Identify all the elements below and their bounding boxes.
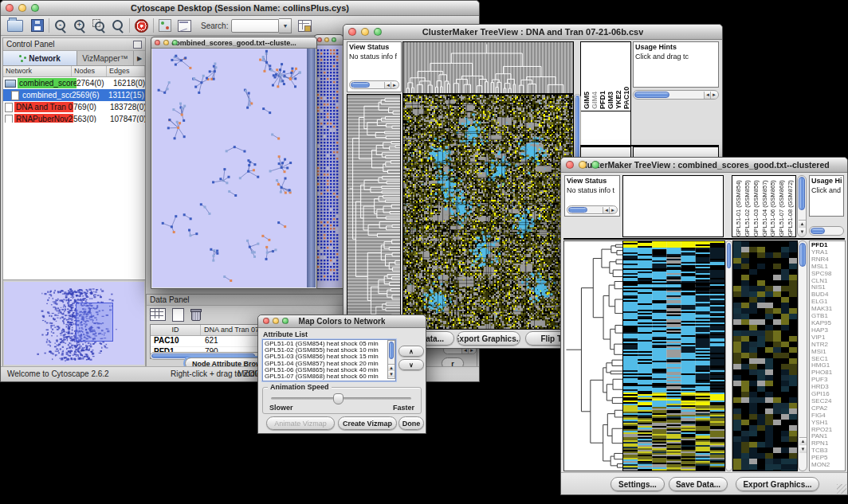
dialog-titlebar[interactable]: Map Colors to Network <box>258 315 426 328</box>
tv2-zoom-heatmap[interactable] <box>732 240 798 471</box>
data-col-id[interactable]: ID <box>151 325 201 335</box>
create-vizmap-button[interactable]: Create Vizmap <box>338 416 397 430</box>
tv2-column-label[interactable]: GPL51-03 (GSM856) <box>752 176 761 236</box>
animate-vizmap-button[interactable]: Animate Vizmap <box>266 416 335 430</box>
network-row[interactable]: DNA and Tran 07769(0)183728(0) <box>3 101 145 113</box>
main-titlebar[interactable]: Cytoscape Desktop (Session Name: collins… <box>1 1 479 16</box>
close-button[interactable] <box>155 40 160 45</box>
tv1-usage-hscrollbar[interactable]: ◄ ► <box>633 90 719 100</box>
zoom-selected-icon[interactable] <box>112 19 124 32</box>
tv2-collabels-vscrollbar[interactable]: ▲ ▼ <box>797 175 807 237</box>
treeview1-titlebar[interactable]: ClusterMaker TreeView : DNA and Tran 07-… <box>344 25 722 40</box>
minimize-button[interactable] <box>324 37 329 42</box>
tv2-save-data-button[interactable]: Save Data... <box>669 477 728 491</box>
trash-icon[interactable] <box>190 308 200 319</box>
network-window-titlebar[interactable]: combined_scores_good.txt--cluste... <box>151 37 316 49</box>
close-button[interactable] <box>348 28 356 36</box>
tab-vizmapper[interactable]: VizMapper™ <box>77 51 134 65</box>
tv1-row-dendrogram[interactable] <box>347 94 401 330</box>
network-col-nodes[interactable]: Nodes <box>72 66 107 76</box>
zoom-button[interactable] <box>332 37 336 42</box>
tv2-column-label[interactable]: GPL51-01 (GSM854) <box>735 176 744 236</box>
minimize-button[interactable] <box>273 318 279 324</box>
save-icon[interactable] <box>31 19 44 32</box>
tv1-column-label[interactable]: GIM3 <box>607 42 614 109</box>
tv2-column-tree-panel[interactable] <box>622 175 724 237</box>
tv2-usage-hscrollbar[interactable] <box>809 226 844 236</box>
close-button[interactable] <box>317 37 322 42</box>
done-button[interactable]: Done <box>398 416 424 430</box>
zoom-in-icon[interactable]: + <box>73 19 86 32</box>
treeview1-title: ClusterMaker TreeView : DNA and Tran 07-… <box>422 27 644 37</box>
resize-grip[interactable] <box>837 484 846 494</box>
tv2-column-label[interactable]: GPL51-02 (GSM855) <box>744 176 752 236</box>
tv2-global-vscrollbar[interactable] <box>725 240 732 471</box>
search-dropdown-button[interactable]: ▼ <box>279 18 292 33</box>
network-col-network[interactable]: Network <box>3 66 72 76</box>
tv1-column-label[interactable]: GIM4 <box>591 42 599 109</box>
tv2-export-graphics-button[interactable]: Export Graphics... <box>736 477 819 491</box>
tv1-column-label[interactable]: YKE2 <box>614 42 622 109</box>
node-grid-canvas[interactable] <box>316 47 340 286</box>
attribute-list-item[interactable]: GPL51-07 (GSM868) heat shock 60 min <box>265 373 394 380</box>
tab-overflow-button[interactable]: ▶ <box>134 51 145 65</box>
tv2-column-label[interactable]: GPL51-04 (GSM857) <box>761 176 770 236</box>
close-button[interactable] <box>6 4 14 12</box>
tv2-global-heatmap[interactable] <box>622 240 725 471</box>
network-scroll-strip[interactable] <box>307 49 316 287</box>
annotation-icon[interactable] <box>159 19 171 32</box>
network-row[interactable]: combined_sco2569(6)13112(15) <box>3 89 145 101</box>
minimize-button[interactable] <box>361 28 369 36</box>
help-icon[interactable] <box>135 19 148 33</box>
tv1-column-dendrogram[interactable] <box>402 41 574 94</box>
tv2-settings-button[interactable]: Settings... <box>610 477 665 491</box>
tv1-heatmap-canvas[interactable] <box>402 94 574 330</box>
zoom-out-icon[interactable]: - <box>54 19 67 32</box>
tv2-column-label[interactable]: GPL51-08 (GSM872) <box>787 176 795 236</box>
birdseye-panel[interactable] <box>4 282 144 365</box>
minimize-button[interactable] <box>579 161 587 169</box>
move-down-button[interactable]: ∨ <box>398 359 424 370</box>
network-name: combined_scores <box>18 78 77 88</box>
network-name: combined_sco <box>21 90 72 100</box>
tv2-gene-label[interactable]: MON2 <box>811 462 845 469</box>
zoom-button[interactable] <box>282 318 289 324</box>
new-document-icon[interactable] <box>172 308 184 322</box>
close-button[interactable] <box>263 318 269 324</box>
minimize-button[interactable] <box>18 4 26 12</box>
tv2-row-dendrogram[interactable] <box>563 240 623 471</box>
attribute-list-vscrollbar[interactable]: ▲ ▼ <box>387 340 395 379</box>
tv2-column-label[interactable]: GPL51-07 (GSM868) <box>778 176 787 236</box>
table-icon[interactable] <box>150 308 166 321</box>
tv2-status-hscrollbar[interactable]: ◄ ► <box>567 205 618 214</box>
tv2-genes-vscrollbar[interactable]: ▲ ▼ <box>798 240 807 471</box>
speed-slider-thumb[interactable] <box>333 393 344 404</box>
tv1-status-hscrollbar[interactable]: ◄ ► <box>349 80 399 89</box>
canvas-snapshot-icon[interactable] <box>178 20 191 32</box>
network-row[interactable]: combined_scores2764(0)16218(0) <box>3 77 145 89</box>
tv1-column-label[interactable]: GIM5 <box>583 42 591 109</box>
treeview2-titlebar[interactable]: ClusterMaker TreeView : combined_scores_… <box>561 158 847 173</box>
window-controls[interactable] <box>6 4 39 12</box>
float-panel-icon[interactable] <box>133 41 142 49</box>
zoom-button[interactable] <box>31 4 39 12</box>
minimize-button[interactable] <box>163 40 169 45</box>
tv2-column-label[interactable]: GPL51-06 (GSM865) <box>769 176 778 236</box>
attribute-browser-icon[interactable] <box>298 20 312 32</box>
tv1-export-graphics-button[interactable]: Export Graphics... <box>457 331 520 346</box>
open-file-icon[interactable] <box>7 20 23 32</box>
network-col-edges[interactable]: Edges <box>107 66 145 76</box>
tv1-column-label[interactable]: PFD1 <box>599 42 607 109</box>
move-up-button[interactable]: ∧ <box>398 346 424 357</box>
zoom-button[interactable] <box>374 28 382 36</box>
zoom-fit-icon[interactable] <box>92 19 105 32</box>
network-canvas[interactable] <box>152 49 307 287</box>
search-input[interactable] <box>231 19 279 33</box>
zoom-button[interactable] <box>591 161 599 169</box>
zoom-button[interactable] <box>172 40 178 45</box>
close-button[interactable] <box>566 161 574 169</box>
attribute-listbox[interactable]: GPL51-01 (GSM854) heat shock 05 minGPL51… <box>262 339 396 381</box>
tv1-column-label[interactable]: PAC10 <box>622 42 630 109</box>
tab-network[interactable]: Network <box>3 51 77 65</box>
birdseye-view-canvas[interactable] <box>4 282 144 365</box>
